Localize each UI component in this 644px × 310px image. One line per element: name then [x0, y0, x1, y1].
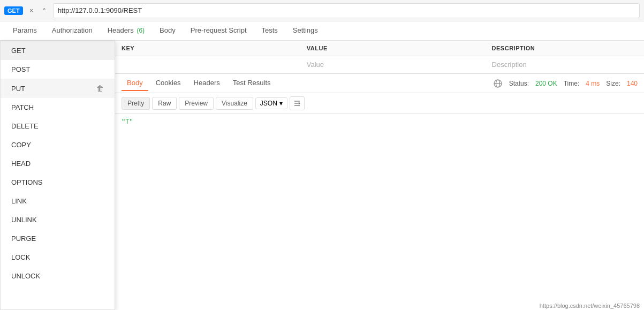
view-preview-button[interactable]: Preview [179, 97, 214, 110]
dropdown-item-patch[interactable]: PATCH [1, 98, 115, 117]
response-tab-body[interactable]: Body [122, 75, 148, 91]
dropdown-item-unlink[interactable]: UNLINK [1, 210, 115, 229]
size-value: 140 [627, 80, 638, 87]
dropdown-item-copy[interactable]: COPY [1, 135, 115, 154]
dropdown-item-put[interactable]: PUT 🗑 [1, 79, 115, 98]
dropdown-item-delete[interactable]: DELETE [1, 117, 115, 135]
top-bar: GET × ^ [0, 0, 644, 21]
table-row: Value Description [115, 56, 644, 73]
headers-badge: (6) [137, 27, 145, 34]
right-panel: KEY VALUE DESCRIPTION Value Description … [115, 41, 644, 310]
url-input[interactable] [53, 3, 640, 18]
request-tabs-row: Params Authorization Headers (6) Body Pr… [0, 21, 644, 41]
dropdown-item-head[interactable]: HEAD [1, 154, 115, 173]
key-cell[interactable] [115, 56, 300, 73]
dropdown-item-unlock[interactable]: UNLOCK [1, 267, 115, 285]
response-body: "T" [115, 114, 644, 310]
value-cell[interactable]: Value [300, 56, 486, 73]
response-tab-test-results[interactable]: Test Results [228, 75, 276, 91]
params-table: KEY VALUE DESCRIPTION Value Description [115, 41, 644, 73]
col-header-description: DESCRIPTION [486, 41, 644, 56]
view-controls: Pretty Raw Preview Visualize JSON ▾ [115, 93, 644, 114]
footer-link: https://blog.csdn.net/weixin_45765798 [535, 301, 644, 310]
dropdown-item-get[interactable]: GET [1, 41, 115, 60]
col-header-key: KEY [115, 41, 300, 56]
globe-icon[interactable] [493, 79, 503, 88]
description-cell[interactable]: Description [486, 56, 644, 73]
dropdown-item-lock[interactable]: LOCK [1, 248, 115, 267]
response-tab-headers[interactable]: Headers [188, 75, 225, 91]
tab-body[interactable]: Body [153, 23, 182, 39]
method-dropdown: GET POST PUT 🗑 PATCH DELETE COPY HEAD OP… [0, 41, 115, 310]
format-select[interactable]: JSON ▾ [255, 97, 287, 109]
tab-settings[interactable]: Settings [286, 23, 324, 39]
response-section: Body Cookies Headers Test Results Status… [115, 73, 644, 310]
response-status-area: Status: 200 OK Time: 4 ms Size: 140 [493, 79, 638, 88]
tab-chevron-button[interactable]: ^ [40, 6, 49, 15]
view-pretty-button[interactable]: Pretty [122, 97, 150, 110]
status-label: Status: [509, 80, 529, 87]
dropdown-item-purge[interactable]: PURGE [1, 229, 115, 248]
delete-icon[interactable]: 🗑 [96, 84, 104, 93]
format-chevron-icon: ▾ [279, 100, 283, 107]
dropdown-item-link[interactable]: LINK [1, 192, 115, 210]
col-header-value: VALUE [300, 41, 486, 56]
view-raw-button[interactable]: Raw [152, 97, 177, 110]
time-label: Time: [564, 80, 580, 87]
wrap-button[interactable] [290, 96, 305, 110]
format-label: JSON [260, 100, 277, 107]
tab-pre-request[interactable]: Pre-request Script [184, 23, 253, 39]
response-body-content: "T" [122, 118, 133, 126]
main-content: GET POST PUT 🗑 PATCH DELETE COPY HEAD OP… [0, 41, 644, 310]
response-tab-cookies[interactable]: Cookies [150, 75, 186, 91]
tab-params[interactable]: Params [6, 23, 43, 39]
response-tabs-row: Body Cookies Headers Test Results Status… [115, 74, 644, 93]
tab-close-button[interactable]: × [27, 6, 36, 15]
status-value: 200 OK [535, 80, 557, 87]
size-label: Size: [606, 80, 620, 87]
method-badge[interactable]: GET [4, 6, 23, 15]
dropdown-item-options[interactable]: OPTIONS [1, 173, 115, 192]
tab-authorization[interactable]: Authorization [46, 23, 99, 39]
tab-tests[interactable]: Tests [255, 23, 284, 39]
view-visualize-button[interactable]: Visualize [216, 97, 253, 110]
time-value: 4 ms [586, 80, 600, 87]
tab-headers[interactable]: Headers (6) [101, 23, 151, 39]
dropdown-item-post[interactable]: POST [1, 60, 115, 79]
